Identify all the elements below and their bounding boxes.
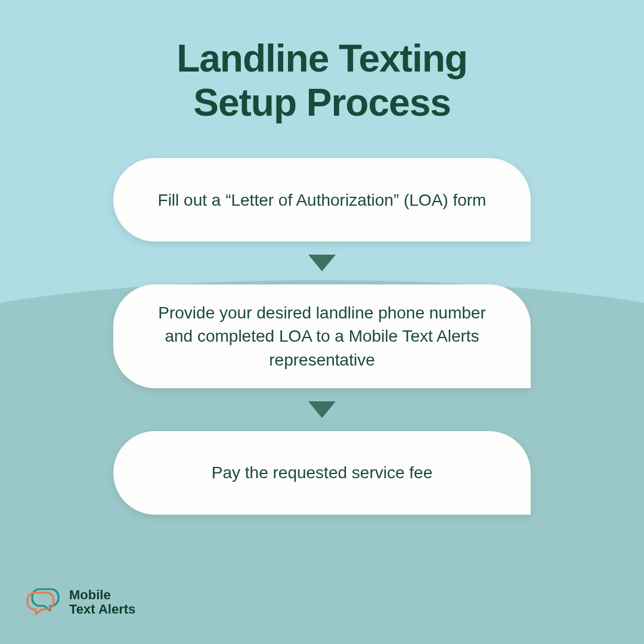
step-bubble-3: Pay the requested service fee (113, 431, 531, 515)
arrow-down-icon (308, 255, 336, 271)
step-bubble-1: Fill out a “Letter of Authorization” (LO… (113, 158, 531, 242)
step-bubble-2: Provide your desired landline phone numb… (113, 284, 531, 388)
brand-name-line-2: Text Alerts (69, 602, 135, 617)
step-text-3: Pay the requested service fee (212, 461, 432, 484)
svg-marker-0 (308, 255, 336, 271)
brand-logo: Mobile Text Alerts (26, 587, 135, 618)
page-title: Landline Texting Setup Process (177, 37, 467, 125)
content-container: Landline Texting Setup Process Fill out … (0, 0, 644, 644)
brand-name-line-1: Mobile (69, 587, 111, 602)
steps-flow: Fill out a “Letter of Authorization” (LO… (113, 158, 531, 515)
arrow-down-icon (308, 401, 336, 418)
step-text-1: Fill out a “Letter of Authorization” (LO… (158, 188, 487, 212)
svg-marker-1 (308, 401, 336, 418)
brand-name: Mobile Text Alerts (69, 588, 135, 617)
title-line-2: Setup Process (193, 81, 451, 124)
step-text-2: Provide your desired landline phone numb… (155, 301, 489, 371)
chat-bubbles-icon (26, 587, 61, 618)
title-line-1: Landline Texting (177, 37, 467, 80)
